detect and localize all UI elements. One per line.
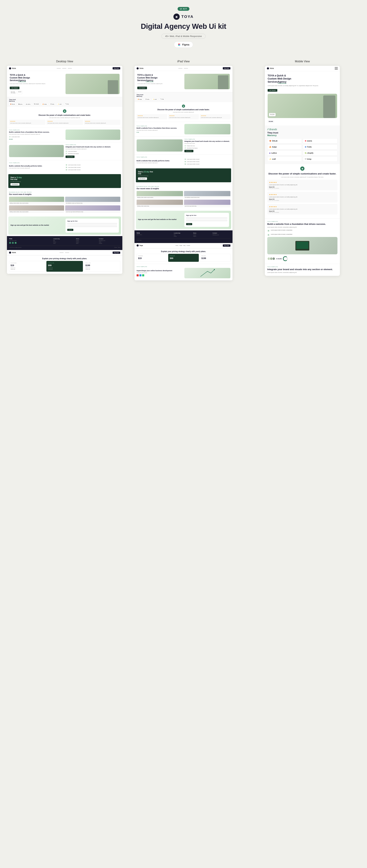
mobile-hamburger-icon[interactable] (335, 67, 338, 70)
footer-link-2b[interactable]: Support (76, 242, 97, 243)
footer-link-3b[interactable]: Twitter (99, 242, 120, 243)
ipad-signup-email[interactable] (186, 220, 227, 221)
ipad-footer-col-3-title: Contact (213, 232, 230, 234)
mobile-reviewer-1: Rated 5/5 (269, 186, 336, 188)
ipad-brands-row: 🔥 hotjar ☰ Trello ⚡ craft 〰 krisp (137, 98, 230, 100)
hero-cta-btn[interactable]: Get Started (10, 87, 20, 89)
social-icon-3[interactable]: in (15, 242, 17, 244)
check-2b: ✓Scheduled Year feature (65, 153, 120, 155)
ipad-nav-links (178, 68, 188, 69)
mobile-feature-2: TOYA TEMPLATE Integrate your brand and v… (265, 264, 340, 276)
blog-grid: Building a better website, today using f… (9, 197, 120, 213)
ipad-cta-btn[interactable]: Get Started (138, 178, 147, 180)
ipad-nav-2-btn[interactable]: Buy Now (223, 244, 230, 247)
review-card-1: ★★★★★ Lorem ipsum dolor sit amet, consec… (9, 120, 45, 125)
ipad-feat2-btn[interactable]: Discover More (185, 150, 193, 152)
ipad-footer-col-3: Contact Hello@toya.com (213, 232, 230, 237)
ipad-nav-link-blog[interactable]: Blog (183, 245, 186, 246)
ipad-nav-2-logo: Toya (137, 244, 143, 247)
blog-img-3 (9, 205, 64, 211)
hero-body: Lorem ipsum dolor sit amet, consectetur … (10, 83, 64, 85)
signup-name-input[interactable] (67, 223, 117, 225)
feature-2-btn[interactable]: Discover More (65, 156, 75, 158)
footer-link-3a[interactable]: Hello@toya.com (99, 240, 120, 241)
ipad-discover: ◉ Discover the power of simple customisa… (135, 102, 232, 122)
pricing-card-starter: STARTER $19 Feature one Feature two (9, 261, 45, 272)
check-dot-3b: ● (65, 166, 67, 168)
plan-feature-6: Feature two (85, 269, 119, 270)
hamburger-line-2 (335, 68, 338, 69)
hero-person-img (108, 80, 118, 94)
pricing-nav-link-2 (65, 252, 69, 253)
check-3a: ●Lorem ipsum dolor sit amet (65, 164, 120, 166)
ipad-hero-btn[interactable]: Get Started (137, 87, 147, 89)
ipad-footer-link-2b[interactable]: Support (193, 236, 211, 237)
social-icon-1[interactable]: f (9, 242, 11, 244)
signup-form-title: Sign up for free (67, 220, 117, 222)
ipad-check-dot-3b: ● (185, 161, 186, 162)
ipad-supercharge-chart (185, 268, 230, 278)
ipad-signup-heading: Sign up now and get the best website on … (138, 219, 182, 220)
mobile-hero-btn[interactable]: Get Started (267, 89, 277, 92)
mobile-feat1-heading: Build a website from a foundation that d… (267, 223, 337, 225)
footer-link-1c[interactable]: Terms (53, 243, 75, 244)
desktop-cta: Start a 15-dayfree trial From $89 Annual… (8, 174, 121, 188)
donut-chart (283, 256, 288, 261)
ipad-nav-link-pages[interactable]: Pages (179, 245, 182, 246)
stat-card-1: Alex Smith Tom Sunder (10, 91, 17, 94)
ipad-discover-dot: ◉ (182, 104, 185, 107)
ipad-feat2-heading: Integrate your brand and visuals into an… (185, 141, 230, 142)
ipad-check-2a: ✓Feature item one (185, 145, 230, 147)
avatar-3 (272, 257, 275, 260)
check-dot-2b: ✓ (65, 153, 67, 155)
nav-link-2 (62, 68, 66, 69)
mobile-reviewer-3: Rated 5/5 (269, 211, 336, 212)
check-dot-1: ✓ (9, 136, 11, 138)
ipad-signup-name[interactable] (186, 217, 227, 219)
pricing-nav-btn[interactable]: Buy Now (113, 252, 120, 254)
footer-link-1b[interactable]: Privacy (53, 242, 75, 243)
cta-btn[interactable]: Get Started (10, 183, 20, 186)
nav-cta-btn[interactable]: Buy Now (113, 67, 120, 69)
ipad-signup-btn[interactable]: Submit (186, 223, 192, 225)
ipad-blog-tag: BUSINESS BLOG TIPS AND TRICKS (137, 186, 230, 187)
ipad-hero-body: Lorem ipsum dolor sit amet, consectetur … (137, 83, 182, 85)
ipad-footer-link-1a[interactable]: Blog (174, 235, 192, 236)
ipad-footer-link-1b[interactable]: Privacy (174, 236, 192, 237)
ipad-blog-content-3: Building a better website today. (137, 205, 183, 207)
footer-link-2a[interactable]: Insights (76, 240, 97, 241)
footer-link-3c[interactable]: LinkedIn (99, 243, 120, 244)
ipad-feat3-heading: Build a website that actually performs b… (137, 160, 182, 162)
plan-feature-1: Feature one (10, 267, 44, 268)
ipad-review-2: ★★★★★ Lorem ipsum dolor sit amet, consec… (168, 114, 199, 119)
mobile-brand-hotjar: 🔥 hotjar (267, 145, 302, 150)
ipad-nav-link-home[interactable]: Home (175, 245, 178, 246)
signup-email-input[interactable] (67, 225, 117, 227)
desktop-nav-links (57, 68, 72, 69)
ipad-cta: Start a 15-day freetrial From $89 Annual… (136, 168, 231, 182)
footer-link-1a[interactable]: Blog (53, 240, 75, 241)
ipad-footer-link-3a[interactable]: Hello@toya.com (213, 235, 230, 236)
ipad-nav-btn[interactable]: Buy Now (223, 67, 230, 69)
mobile-check-circle-1a: ● (267, 229, 270, 232)
social-icon-2[interactable]: t (12, 242, 14, 244)
gitlab-icon: 🦊 (269, 140, 271, 142)
desktop-footer: TOYA Digital Agency Web f t in Leadershi… (7, 236, 122, 250)
review-card-3: ★★★★★ Lorem ipsum dolor sit amet, consec… (84, 120, 120, 125)
shopify-icon: 🛍 (305, 152, 307, 154)
footer-brand-col: TOYA Digital Agency Web f t in (9, 238, 52, 244)
feature-1-tag: TOYA TEMPLATE (9, 129, 64, 130)
ipad-blog-card-4: Learn how to get started today. (184, 199, 230, 207)
ipad-footer-link-2a[interactable]: Insights (193, 235, 211, 236)
figma-button[interactable]: Figma (174, 41, 193, 48)
desktop-brands: They trustMaruncy 🦊 GitLab ⬢ asana ◈ Lat… (7, 97, 122, 107)
ipad-footer-bottom: © 2024 Toya (137, 239, 230, 241)
ipad-nav-link-contact[interactable]: Contact (187, 245, 190, 246)
ipad-footer-grid: TOYA Digital Agency Leadership Blog Priv… (137, 232, 230, 237)
plan-feature-5: Feature one (85, 267, 119, 268)
mobile-check-text-1b: Lorem ipsum dolor sit amet, consectetur (271, 234, 292, 235)
footer-link-2c[interactable]: Status (76, 243, 97, 244)
ipad-blog-content-1: Building a better website using foundati… (137, 196, 183, 198)
signup-submit-btn[interactable]: Submit (67, 229, 73, 231)
ipad-supercharge-content: Supercharge your online business develop… (137, 268, 230, 278)
